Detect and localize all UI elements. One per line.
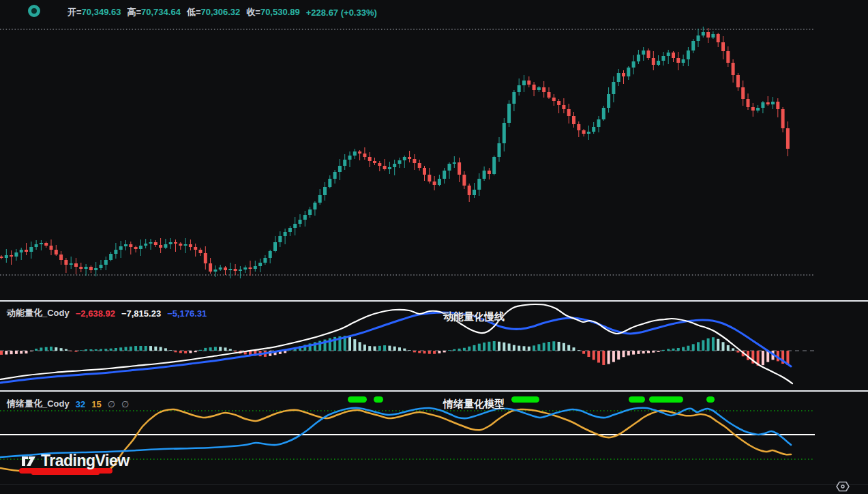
momentum-legend: 动能量化_Cody −2,638.92 −7,815.23 −5,176.31 [7, 307, 207, 319]
sentiment-signal-pill [374, 396, 383, 403]
tradingview-watermark[interactable]: TradingView [20, 452, 130, 470]
sentiment-signal-pill [511, 396, 539, 403]
sentiment-signal-pill [706, 396, 715, 403]
ohlc-high: 高=70,734.64 [127, 6, 180, 18]
bottom-toolbar-separator [0, 484, 868, 485]
sentiment-title[interactable]: 情绪量化_Cody [7, 398, 70, 410]
sentiment-empty-2: ∅ [121, 399, 129, 409]
sentiment-legend: 情绪量化_Cody 32 15 ∅ ∅ [7, 398, 129, 410]
momentum-title[interactable]: 动能量化_Cody [7, 307, 70, 319]
ohlc-change: +228.67 (+0.33%) [306, 8, 377, 18]
sentiment-signal-pill [649, 396, 683, 403]
pane-separator-1[interactable] [0, 300, 868, 302]
price-pane[interactable] [0, 27, 815, 278]
tradingview-wordmark: TradingView [41, 452, 130, 470]
sentiment-param-1: 32 [76, 399, 85, 409]
pane-separator-2[interactable] [0, 390, 868, 392]
sentiment-signal-pill [629, 396, 645, 403]
trading-chart-window: 开=70,349.63 高=70,734.64 低=70,306.32 收=70… [0, 0, 868, 494]
object-tree-hexagon-icon[interactable] [836, 480, 850, 493]
ohlc-legend: 开=70,349.63 高=70,734.64 低=70,306.32 收=70… [68, 6, 377, 18]
sentiment-empty-1: ∅ [108, 399, 115, 409]
momentum-fast-value: −7,815.23 [121, 308, 161, 319]
red-marker-underline-2 [31, 471, 100, 475]
instrument-icon[interactable] [28, 5, 40, 17]
price-chart-canvas[interactable] [0, 0, 868, 494]
momentum-slow-line-label: 动能量化慢线 [443, 310, 505, 323]
momentum-slow-value: −5,176.31 [167, 308, 207, 319]
tradingview-logo-icon [20, 453, 37, 469]
momentum-hist-value: −2,638.92 [76, 308, 115, 319]
ohlc-close: 收=70,530.89 [246, 6, 299, 18]
ohlc-low: 低=70,306.32 [187, 6, 240, 18]
sentiment-param-2: 15 [91, 399, 101, 409]
ohlc-open: 开=70,349.63 [68, 6, 121, 18]
sentiment-model-label: 情绪量化模型 [443, 398, 505, 411]
sentiment-signal-pill [348, 396, 367, 403]
